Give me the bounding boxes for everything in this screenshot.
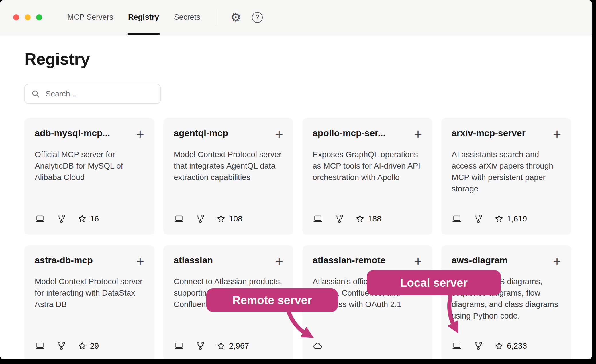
add-server-button[interactable]: + — [275, 255, 283, 267]
star-icon — [217, 214, 226, 223]
title-bar: MCP Servers Registry Secrets ⚙ ? — [0, 0, 592, 35]
server-card: arxiv-mcp-server + AI assistants search … — [441, 118, 571, 235]
github-icon[interactable] — [474, 214, 483, 224]
github-icon[interactable] — [196, 341, 205, 351]
add-server-button[interactable]: + — [553, 128, 561, 140]
github-icon[interactable] — [335, 214, 344, 224]
server-description: Model Context Protocol server that integ… — [174, 149, 283, 183]
server-name: apollo-mcp-ser... — [313, 128, 385, 139]
tab-registry[interactable]: Registry — [128, 0, 160, 35]
add-server-button[interactable]: + — [553, 255, 561, 267]
server-name: atlassian — [174, 255, 213, 266]
github-icon[interactable] — [474, 341, 483, 351]
local-server-callout: Local server — [367, 270, 501, 295]
star-icon — [495, 214, 503, 223]
star-count-value: 108 — [229, 214, 242, 223]
server-description: AI assistants search and access arXiv pa… — [452, 149, 561, 195]
star-count: 16 — [78, 214, 99, 223]
github-icon[interactable] — [57, 341, 66, 351]
server-name: aws-diagram — [452, 255, 508, 266]
laptop-icon — [174, 341, 184, 351]
server-card: astra-db-mcp + Model Context Protocol se… — [24, 245, 154, 359]
laptop-icon — [35, 341, 45, 351]
server-name: astra-db-mcp — [35, 255, 93, 266]
server-name: agentql-mcp — [174, 128, 228, 139]
search-box — [24, 84, 161, 104]
tab-mcp-servers[interactable]: MCP Servers — [67, 0, 114, 35]
laptop-icon — [35, 214, 45, 223]
server-card: aws-diagram + Generate AWS diagrams, seq… — [441, 245, 571, 359]
star-icon — [495, 341, 503, 350]
remote-server-callout: Remote server — [206, 288, 338, 312]
github-icon[interactable] — [196, 214, 205, 224]
app-window: MCP Servers Registry Secrets ⚙ ? Registr… — [0, 0, 592, 359]
server-description: Model Context Protocol server for intera… — [35, 276, 144, 310]
laptop-icon — [452, 341, 462, 351]
help-icon[interactable]: ? — [252, 12, 263, 23]
laptop-icon — [313, 214, 323, 223]
server-description: Exposes GraphQL operations as MCP tools … — [313, 149, 422, 183]
star-count-value: 16 — [90, 214, 99, 223]
nav-tabs: MCP Servers Registry Secrets — [67, 0, 201, 35]
star-count-value: 29 — [90, 341, 99, 351]
traffic-lights — [0, 0, 42, 35]
minimize-window-button[interactable] — [25, 14, 31, 20]
tab-secrets[interactable]: Secrets — [173, 0, 201, 35]
star-count-value: 188 — [368, 214, 381, 223]
star-count: 2,967 — [217, 341, 249, 351]
server-name: atlassian-remote — [313, 255, 385, 266]
star-icon — [78, 214, 87, 223]
server-name: arxiv-mcp-server — [452, 128, 526, 139]
zoom-window-button[interactable] — [36, 14, 42, 20]
star-icon — [78, 341, 87, 350]
star-count: 108 — [217, 214, 242, 223]
add-server-button[interactable]: + — [275, 128, 283, 140]
add-server-button[interactable]: + — [414, 128, 422, 140]
star-count-value: 2,967 — [229, 341, 249, 351]
star-count: 6,233 — [495, 341, 527, 351]
registry-page: Registry adb-mysql-mcp... + Official MCP… — [0, 49, 592, 359]
header-divider — [217, 9, 217, 25]
close-window-button[interactable] — [13, 14, 19, 20]
search-input[interactable] — [45, 89, 154, 99]
laptop-icon — [452, 214, 462, 223]
card-grid: adb-mysql-mcp... + Official MCP server f… — [24, 118, 571, 359]
server-card: agentql-mcp + Model Context Protocol ser… — [163, 118, 293, 235]
add-server-button[interactable]: + — [136, 255, 144, 267]
cloud-icon — [313, 341, 324, 351]
star-count: 29 — [78, 341, 99, 351]
star-icon — [217, 341, 226, 350]
star-count: 1,619 — [495, 214, 527, 223]
add-server-button[interactable]: + — [136, 128, 144, 140]
star-icon — [356, 214, 364, 223]
star-count: 188 — [356, 214, 381, 223]
star-count-value: 1,619 — [507, 214, 527, 223]
laptop-icon — [174, 214, 184, 223]
page-title: Registry — [24, 49, 571, 68]
github-icon[interactable] — [57, 214, 66, 224]
star-count-value: 6,233 — [507, 341, 527, 351]
search-icon — [31, 90, 40, 98]
server-name: adb-mysql-mcp... — [35, 128, 110, 139]
server-card: adb-mysql-mcp... + Official MCP server f… — [24, 118, 154, 235]
gear-icon[interactable]: ⚙ — [230, 11, 241, 23]
server-description: Official MCP server for AnalyticDB for M… — [35, 149, 144, 183]
server-card: apollo-mcp-ser... + Exposes GraphQL oper… — [302, 118, 432, 235]
add-server-button[interactable]: + — [414, 255, 422, 267]
